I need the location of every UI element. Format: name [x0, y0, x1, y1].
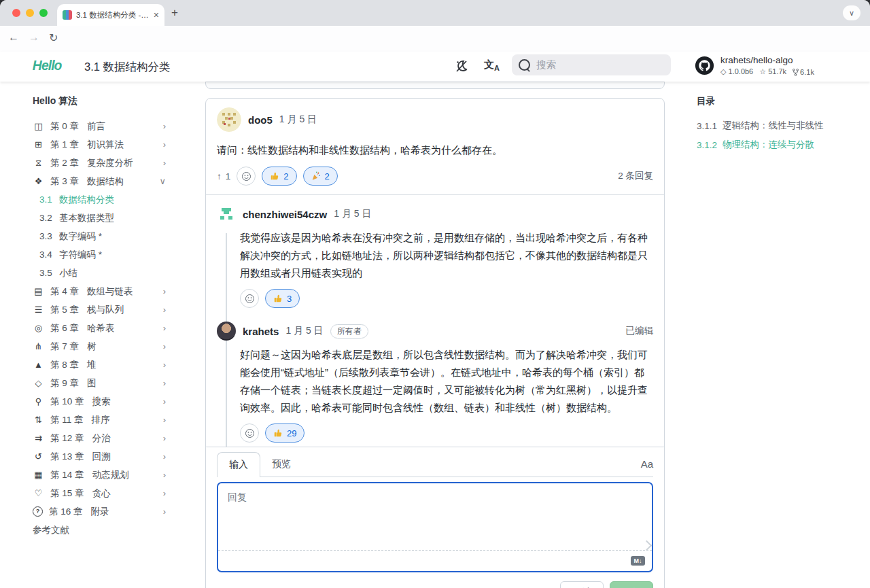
sidebar-item-3-3[interactable]: 3.3数字编码 * [33, 227, 175, 245]
sidebar-item-chapter-13[interactable]: ↺第 13 章回溯› [33, 447, 175, 466]
minimize-window-button[interactable] [26, 9, 34, 17]
tab-preview[interactable]: 预览 [260, 452, 302, 477]
language-translate-icon[interactable]: 文A [484, 58, 500, 72]
sidebar-item-chapter-16[interactable]: ?第 16 章附录› [33, 502, 175, 521]
tab-strip: 3.1 数据结构分类 - Hello 算法 × + ∨ [0, 0, 870, 26]
chevron-right-icon[interactable]: › [163, 121, 175, 131]
sidebar-item-chapter-5[interactable]: ☰第 5 章栈与队列› [33, 300, 175, 319]
reply-author[interactable]: chenzhiwei54czw [243, 209, 327, 220]
sidebar-item-chapter-1[interactable]: ⊞第 1 章初识算法› [33, 135, 175, 154]
sidebar-item-chapter-6[interactable]: ◎第 6 章哈希表› [33, 319, 175, 337]
sidebar-item-chapter-0[interactable]: ◫第 0 章前言› [33, 117, 175, 135]
thumbs-up-icon [270, 171, 279, 181]
chevron-down-icon[interactable]: ∨ [159, 176, 175, 186]
sidebar-item-chapter-10[interactable]: ⚲第 10 章搜索› [33, 392, 175, 411]
avatar[interactable] [217, 205, 236, 224]
chevron-right-icon[interactable]: › [163, 341, 175, 351]
chevron-right-icon[interactable]: › [163, 139, 175, 150]
reaction-thumbs-up[interactable]: 29 [265, 423, 304, 443]
toc-item-3-1-1[interactable]: 3.1.1逻辑结构：线性与非线性 [697, 116, 860, 135]
github-repo-widget[interactable]: krahets/hello-algo ◇ 1.0.0b6 ☆ 51.7k 6.1… [695, 55, 814, 76]
avatar[interactable] [217, 322, 236, 341]
cancel-button[interactable]: 取消 [560, 581, 604, 588]
forward-button[interactable]: → [29, 31, 39, 44]
lang-glyph: 文 [484, 58, 494, 70]
reply-textarea[interactable] [218, 483, 652, 549]
text-format-icon[interactable]: Aa [641, 458, 653, 477]
avatar[interactable] [217, 107, 241, 132]
chevron-right-icon[interactable]: › [163, 323, 175, 333]
tab-close-icon[interactable]: × [154, 10, 159, 20]
add-reaction-button[interactable] [237, 167, 256, 186]
reaction-party[interactable]: 2 [303, 167, 338, 186]
chapter-number: 第 9 章 [50, 377, 79, 390]
chevron-right-icon[interactable]: › [163, 470, 175, 480]
sidebar-item-3-5[interactable]: 3.5小结 [33, 264, 175, 282]
sidebar-item-chapter-2[interactable]: ⧖第 2 章复杂度分析› [33, 154, 175, 172]
new-tab-button[interactable]: + [171, 6, 178, 20]
heap-icon: ▲ [33, 360, 44, 370]
chevron-right-icon[interactable]: › [163, 451, 175, 462]
section-title: 数据结构分类 [59, 194, 114, 206]
sidebar-item-3-1[interactable]: 3.1数据结构分类 [33, 190, 175, 209]
thumbs-up-icon [273, 294, 283, 303]
chevron-right-icon[interactable]: › [163, 396, 175, 407]
reaction-thumbs-up[interactable]: 2 [262, 167, 296, 186]
search-input[interactable]: 搜索 [512, 54, 671, 75]
add-reaction-button[interactable] [240, 289, 259, 308]
sidebar-item-chapter-12[interactable]: ⇉第 12 章分治› [33, 429, 175, 447]
sidebar-item-chapter-3[interactable]: ❖第 3 章数据结构∨ [33, 172, 175, 190]
previous-card-bottom [205, 82, 665, 89]
sidebar-item-chapter-11[interactable]: ⇅第 11 章排序› [33, 411, 175, 429]
sidebar-item-chapter-14[interactable]: ▦第 14 章动态规划› [33, 466, 175, 484]
close-window-button[interactable] [12, 9, 20, 17]
back-button[interactable]: ← [8, 31, 19, 44]
chevron-right-icon[interactable]: › [163, 378, 175, 388]
chevron-right-icon[interactable]: › [163, 415, 175, 425]
comment-card: doo5 1 月 5 日 请问：线性数据结构和非线性数据结构，哈希表为什么都存在… [205, 98, 665, 588]
sidebar-item-references[interactable]: 参考文献 [33, 521, 175, 539]
chapter-number: 第 14 章 [50, 469, 84, 481]
reply-submit-button[interactable]: 回复 [610, 581, 653, 588]
chevron-right-icon[interactable]: › [163, 158, 175, 168]
reload-button[interactable]: ↻ [49, 31, 58, 44]
tab-title: 3.1 数据结构分类 - Hello 算法 [76, 10, 150, 20]
array-icon: ▤ [33, 286, 44, 296]
hello-algo-logo[interactable]: Hello [33, 57, 62, 73]
chevron-right-icon[interactable]: › [163, 360, 175, 370]
sidebar-site-title[interactable]: Hello 算法 [33, 95, 175, 107]
tab-search-chevron-icon[interactable]: ∨ [843, 5, 860, 20]
comments-section: doo5 1 月 5 日 请问：线性数据结构和非线性数据结构，哈希表为什么都存在… [205, 82, 665, 588]
fullscreen-window-button[interactable] [39, 9, 48, 17]
tab-write[interactable]: 输入 [217, 452, 260, 477]
chevron-right-icon[interactable]: › [163, 433, 175, 443]
theme-toggle-icon[interactable] [454, 58, 469, 73]
upvote-button[interactable]: ↑1 [217, 171, 230, 181]
chevron-right-icon[interactable]: › [163, 286, 175, 296]
reaction-count: 2 [325, 171, 330, 181]
chapter-title: 哈希表 [87, 322, 115, 334]
sidebar-item-chapter-4[interactable]: ▤第 4 章数组与链表› [33, 282, 175, 300]
chapter-title: 回溯 [92, 451, 111, 463]
sidebar-item-chapter-15[interactable]: ♡第 15 章贪心› [33, 484, 175, 502]
sidebar-item-chapter-9[interactable]: ◇第 9 章图› [33, 374, 175, 392]
sidebar-item-3-2[interactable]: 3.2基本数据类型 [33, 209, 175, 227]
chevron-right-icon[interactable]: › [163, 305, 175, 315]
reply-author[interactable]: krahets [243, 326, 279, 337]
chapter-title: 数据结构 [87, 175, 124, 188]
browser-tab[interactable]: 3.1 数据结构分类 - Hello 算法 × [57, 4, 164, 26]
sidebar-item-3-4[interactable]: 3.4字符编码 * [33, 245, 175, 264]
add-reaction-button[interactable] [240, 423, 259, 443]
reply-header: chenzhiwei54czw 1 月 5 日 [217, 205, 653, 224]
chapter-title: 附录 [91, 506, 109, 518]
comment-author[interactable]: doo5 [248, 114, 273, 126]
reaction-thumbs-up[interactable]: 3 [265, 289, 300, 308]
toc-item-3-1-2[interactable]: 3.1.2物理结构：连续与分散 [697, 135, 860, 154]
github-repo-info: krahets/hello-algo ◇ 1.0.0b6 ☆ 51.7k 6.1… [720, 55, 814, 76]
sidebar-item-chapter-7[interactable]: ⋔第 7 章树› [33, 337, 175, 356]
fork-count: 6.1k [793, 68, 814, 76]
chevron-right-icon[interactable]: › [163, 488, 175, 498]
chevron-right-icon[interactable]: › [163, 506, 175, 517]
tree-icon: ⋔ [33, 341, 44, 351]
sidebar-item-chapter-8[interactable]: ▲第 8 章堆› [33, 356, 175, 374]
